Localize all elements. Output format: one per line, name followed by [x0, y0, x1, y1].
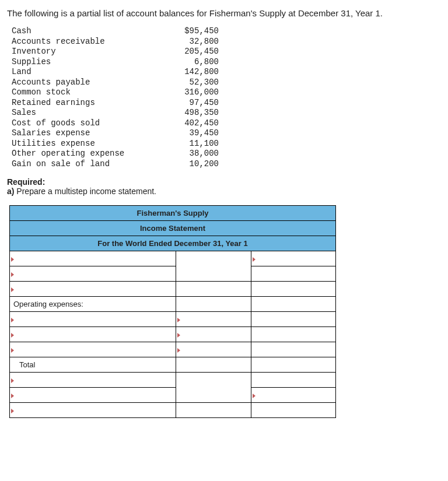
balance-amount: 32,800 — [160, 37, 219, 47]
stmt-amount-cell[interactable] — [176, 403, 251, 418]
stmt-header-period: For the World Ended December 31, Year 1 — [10, 236, 336, 251]
stmt-amount-cell[interactable] — [251, 342, 336, 357]
income-statement-table: Fisherman's Supply Income Statement For … — [9, 205, 336, 418]
stmt-amount-cell[interactable] — [251, 373, 336, 388]
intro-text: The following is a partial list of accou… — [7, 8, 441, 18]
required-item-a: a) a) Prepare a multistep income stateme… — [7, 187, 156, 196]
total-label: Total — [10, 357, 176, 373]
balance-label: Salaries expense — [12, 128, 160, 139]
balance-label: Utilities expense — [12, 139, 160, 149]
stmt-line-select[interactable] — [10, 327, 176, 342]
required-heading: Required: — [7, 177, 45, 187]
balance-amount: 402,450 — [160, 118, 219, 129]
stmt-amount-cell[interactable] — [251, 357, 336, 373]
balance-label: Inventory — [12, 47, 160, 57]
balance-label: Sales — [12, 108, 160, 118]
stmt-amount-cell[interactable] — [251, 403, 336, 418]
balance-label: Accounts receivable — [12, 37, 160, 47]
balance-amount: 11,100 — [160, 139, 219, 149]
stmt-line-select[interactable] — [10, 312, 176, 327]
balance-amount: 316,000 — [160, 87, 219, 98]
stmt-line-select[interactable] — [10, 373, 176, 388]
balance-amount: 10,200 — [160, 159, 219, 170]
stmt-amount-cell[interactable] — [251, 312, 336, 327]
balance-amount: 52,300 — [160, 78, 219, 88]
stmt-amount-cell[interactable] — [251, 327, 336, 342]
stmt-amount-cell[interactable] — [176, 373, 251, 403]
stmt-line-select[interactable] — [10, 266, 176, 282]
stmt-amount-cell[interactable] — [176, 282, 251, 297]
balance-amount: 39,450 — [160, 128, 219, 139]
stmt-amount-cell[interactable] — [251, 282, 336, 297]
stmt-amount-select[interactable] — [251, 388, 336, 403]
stmt-line-select[interactable] — [10, 388, 176, 403]
balance-amount: 142,800 — [160, 67, 219, 78]
balance-label: Land — [12, 67, 160, 78]
stmt-amount-select[interactable] — [251, 251, 336, 266]
balance-label: Accounts payable — [12, 78, 160, 88]
stmt-amount-cell[interactable] — [176, 357, 251, 373]
balance-label: Retained earnings — [12, 98, 160, 108]
stmt-line-select[interactable] — [10, 282, 176, 297]
stmt-amount-select[interactable] — [176, 327, 251, 342]
balance-amount: 498,350 — [160, 108, 219, 118]
stmt-amount-cell[interactable] — [176, 297, 251, 312]
stmt-line-select[interactable] — [10, 251, 176, 266]
stmt-header-title: Income Statement — [10, 221, 336, 236]
account-balances-list: Cash$95,450 Accounts receivable32,800 In… — [12, 26, 257, 169]
balance-amount: 205,450 — [160, 47, 219, 57]
balance-label: Cost of goods sold — [12, 118, 160, 129]
operating-expenses-label: Operating expenses: — [10, 297, 176, 312]
stmt-header-company: Fisherman's Supply — [10, 206, 336, 221]
balance-label: Common stock — [12, 87, 160, 98]
balance-amount: $95,450 — [160, 26, 219, 37]
stmt-line-select[interactable] — [10, 342, 176, 357]
balance-label: Supplies — [12, 57, 160, 68]
stmt-amount-select[interactable] — [176, 312, 251, 327]
stmt-amount-cell[interactable] — [251, 266, 336, 282]
balance-label: Cash — [12, 26, 160, 37]
stmt-amount-cell[interactable] — [251, 297, 336, 312]
balance-amount: 6,800 — [160, 57, 219, 68]
balance-amount: 38,000 — [160, 149, 219, 159]
stmt-line-select[interactable] — [10, 403, 176, 418]
balance-label: Gain on sale of land — [12, 159, 160, 170]
stmt-amount-select[interactable] — [176, 342, 251, 357]
balance-amount: 97,450 — [160, 98, 219, 108]
stmt-amount-cell[interactable] — [176, 251, 251, 282]
balance-label: Other operating expense — [12, 149, 160, 159]
